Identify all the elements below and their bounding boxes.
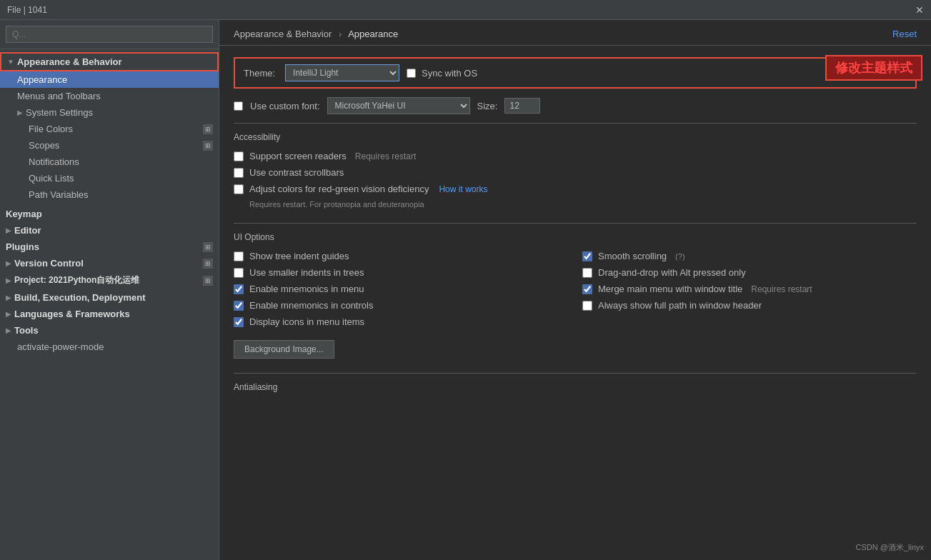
breadcrumb-current: Appearance bbox=[348, 29, 398, 39]
merge-menu-label[interactable]: Merge main menu with window title bbox=[598, 284, 742, 294]
scopes-badge: ⊞ bbox=[203, 141, 213, 151]
ui-options-title: UI Options bbox=[234, 232, 917, 242]
screen-readers-note: Requires restart bbox=[355, 151, 416, 161]
merge-menu-note: Requires restart bbox=[751, 284, 812, 294]
search-input[interactable] bbox=[6, 26, 213, 43]
mnemonics-menu-label[interactable]: Enable mnemonics in menu bbox=[249, 284, 364, 294]
sidebar-item-tools[interactable]: ▶ Tools bbox=[0, 322, 219, 339]
merge-menu-checkbox[interactable] bbox=[582, 284, 592, 294]
breadcrumb: Appearance & Behavior › Appearance bbox=[234, 29, 398, 39]
lang-arrow-icon: ▶ bbox=[6, 310, 11, 318]
sidebar-item-project[interactable]: ▶ Project: 2021Python自动化运维 ⊞ bbox=[0, 271, 219, 289]
theme-annotation: 修改主题样式 bbox=[825, 55, 922, 81]
sidebar-item-quick-lists[interactable]: Quick Lists bbox=[0, 170, 219, 186]
sidebar-item-build[interactable]: ▶ Build, Execution, Deployment bbox=[0, 289, 219, 306]
accessibility-title: Accessibility bbox=[234, 132, 917, 142]
full-path-row: Always show full path in window header bbox=[582, 300, 917, 311]
drag-drop-checkbox[interactable] bbox=[582, 268, 592, 278]
display-icons-label[interactable]: Display icons in menu items bbox=[249, 316, 364, 327]
screen-readers-checkbox[interactable] bbox=[234, 151, 244, 161]
mnemonics-menu-checkbox[interactable] bbox=[234, 284, 244, 294]
background-image-button[interactable]: Background Image... bbox=[234, 340, 334, 359]
project-arrow-icon: ▶ bbox=[6, 276, 11, 284]
smooth-scrolling-help-icon: (?) bbox=[675, 252, 684, 261]
color-adjust-row: Adjust colors for red-green vision defic… bbox=[234, 184, 917, 194]
sidebar-item-scopes[interactable]: Scopes ⊞ bbox=[0, 137, 219, 154]
screen-readers-row: Support screen readers Requires restart bbox=[234, 151, 917, 161]
custom-font-label[interactable]: Use custom font: bbox=[250, 101, 320, 111]
full-path-label[interactable]: Always show full path in window header bbox=[598, 300, 762, 311]
breadcrumb-separator: › bbox=[339, 29, 342, 39]
mnemonics-controls-row: Enable mnemonics in controls bbox=[234, 300, 568, 311]
project-badge: ⊞ bbox=[203, 276, 213, 286]
display-icons-checkbox[interactable] bbox=[234, 317, 244, 327]
contrast-scrollbars-label[interactable]: Use contrast scrollbars bbox=[249, 167, 344, 178]
how-it-works-link[interactable]: How it works bbox=[439, 184, 487, 194]
ui-options-section: UI Options Show tree indent guides Use s… bbox=[234, 232, 917, 359]
panel-header: Appearance & Behavior › Appearance Reset bbox=[219, 20, 931, 46]
font-select[interactable]: Microsoft YaHei UI Arial Consolas Segoe … bbox=[327, 97, 470, 114]
sidebar-item-version-control[interactable]: ▶ Version Control ⊞ bbox=[0, 255, 219, 271]
vc-badge: ⊞ bbox=[203, 259, 213, 269]
arrow-down-icon: ▼ bbox=[7, 58, 14, 66]
close-button[interactable]: ✕ bbox=[915, 4, 924, 16]
title-bar: File | 1041 ✕ bbox=[0, 0, 931, 20]
color-adjust-note: Requires restart. For protanopia and deu… bbox=[249, 200, 917, 209]
sidebar-item-keymap[interactable]: Keymap bbox=[0, 203, 219, 222]
breadcrumb-parent: Appearance & Behavior bbox=[234, 29, 332, 39]
color-adjust-checkbox[interactable] bbox=[234, 184, 244, 194]
antialiasing-title: Antialiasing bbox=[234, 382, 917, 392]
smaller-indents-label[interactable]: Use smaller indents in trees bbox=[249, 267, 364, 278]
color-adjust-label[interactable]: Adjust colors for red-green vision defic… bbox=[249, 184, 429, 194]
file-colors-badge: ⊞ bbox=[203, 124, 213, 134]
reset-button[interactable]: Reset bbox=[892, 29, 917, 39]
sync-os-label[interactable]: Sync with OS bbox=[422, 68, 477, 79]
size-input[interactable] bbox=[504, 98, 540, 114]
smooth-scrolling-checkbox[interactable] bbox=[582, 251, 592, 261]
sidebar: ▼ Appearance & Behavior Appearance Menus… bbox=[0, 20, 219, 560]
sidebar-item-menus-toolbars[interactable]: Menus and Toolbars bbox=[0, 88, 219, 104]
merge-menu-row: Merge main menu with window title Requir… bbox=[582, 284, 917, 294]
mnemonics-controls-label[interactable]: Enable mnemonics in controls bbox=[249, 300, 373, 311]
divider-3 bbox=[234, 373, 917, 374]
contrast-scrollbars-checkbox[interactable] bbox=[234, 168, 244, 178]
tree-indent-row: Show tree indent guides bbox=[234, 251, 568, 261]
sidebar-item-appearance[interactable]: Appearance bbox=[0, 71, 219, 88]
sidebar-item-path-variables[interactable]: Path Variables bbox=[0, 186, 219, 203]
sync-os-checkbox[interactable] bbox=[407, 69, 416, 78]
sidebar-item-activate-power-mode[interactable]: activate-power-mode bbox=[0, 339, 219, 355]
main-panel: Appearance & Behavior › Appearance Reset… bbox=[219, 20, 931, 560]
screen-readers-label[interactable]: Support screen readers bbox=[249, 151, 347, 161]
smooth-scrolling-row: Smooth scrolling (?) bbox=[582, 251, 917, 261]
sidebar-item-plugins[interactable]: Plugins ⊞ bbox=[0, 239, 219, 255]
tools-arrow-icon: ▶ bbox=[6, 326, 11, 334]
watermark: CSDN @酒米_linyx bbox=[855, 542, 924, 553]
sidebar-tree: ▼ Appearance & Behavior Appearance Menus… bbox=[0, 49, 219, 358]
custom-font-checkbox[interactable] bbox=[234, 101, 243, 111]
sidebar-item-notifications[interactable]: Notifications bbox=[0, 154, 219, 170]
sidebar-item-editor[interactable]: ▶ Editor bbox=[0, 222, 219, 239]
panel-body: Theme: IntelliJ Light Darcula High contr… bbox=[219, 46, 931, 418]
mnemonics-menu-row: Enable mnemonics in menu bbox=[234, 284, 568, 294]
accessibility-section: Accessibility Support screen readers Req… bbox=[234, 132, 917, 209]
full-path-checkbox[interactable] bbox=[582, 301, 592, 311]
drag-drop-row: Drag-and-drop with Alt pressed only bbox=[582, 267, 917, 278]
tree-indent-label[interactable]: Show tree indent guides bbox=[249, 251, 349, 261]
divider-1 bbox=[234, 123, 917, 124]
divider-2 bbox=[234, 223, 917, 224]
window-title: File | 1041 bbox=[7, 5, 47, 15]
sidebar-item-languages[interactable]: ▶ Languages & Frameworks bbox=[0, 306, 219, 322]
mnemonics-controls-checkbox[interactable] bbox=[234, 301, 244, 311]
smaller-indents-checkbox[interactable] bbox=[234, 268, 244, 278]
sidebar-item-file-colors[interactable]: File Colors ⊞ bbox=[0, 121, 219, 137]
smooth-scrolling-label[interactable]: Smooth scrolling bbox=[598, 251, 667, 261]
contrast-scrollbars-row: Use contrast scrollbars bbox=[234, 167, 917, 178]
tree-indent-checkbox[interactable] bbox=[234, 251, 244, 261]
drag-drop-label[interactable]: Drag-and-drop with Alt pressed only bbox=[598, 267, 746, 278]
theme-select[interactable]: IntelliJ Light Darcula High contrast Win… bbox=[285, 64, 399, 81]
sidebar-item-system-settings[interactable]: ▶ System Settings bbox=[0, 104, 219, 121]
sidebar-item-appearance-behavior[interactable]: ▼ Appearance & Behavior bbox=[0, 52, 219, 71]
smaller-indents-row: Use smaller indents in trees bbox=[234, 267, 568, 278]
display-icons-row: Display icons in menu items bbox=[234, 316, 568, 327]
sync-row: Sync with OS bbox=[407, 68, 477, 79]
